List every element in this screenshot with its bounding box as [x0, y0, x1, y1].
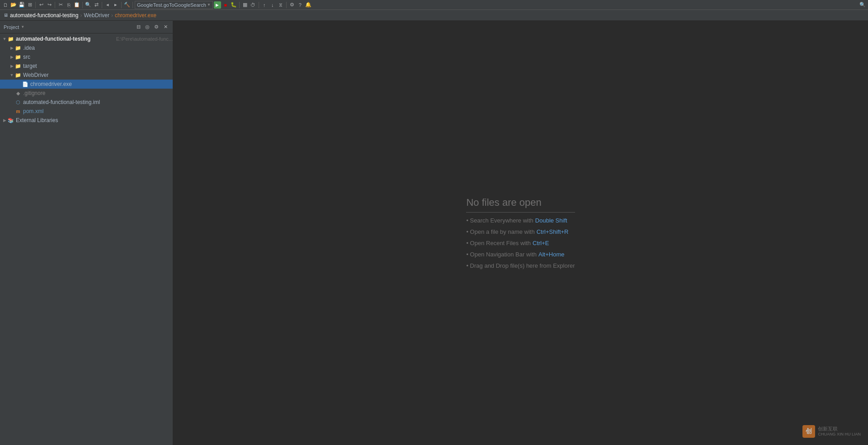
main-layout: Project ▼ ⊟ ◎ ⚙ ✕ ▼ 📁 automated-function…	[0, 21, 868, 445]
vcs-icon[interactable]: ↑	[261, 1, 268, 9]
breadcrumb: 🖥 automated-functional-testing › WebDriv…	[0, 10, 868, 21]
vcs-history-icon[interactable]: ⧖	[277, 1, 284, 9]
search-everywhere-icon[interactable]: 🔍	[859, 1, 866, 9]
hint-recent-files-key[interactable]: Ctrl+E	[533, 240, 549, 246]
separator-5	[121, 2, 122, 8]
undo-icon[interactable]: ↩	[38, 1, 45, 9]
hint-open-file-key[interactable]: Ctrl+Shift+R	[537, 228, 569, 235]
sidebar-title-area: Project ▼	[4, 24, 24, 30]
root-label: automated-functional-testing	[16, 36, 114, 42]
replace-icon[interactable]: ⇄	[93, 1, 100, 9]
hint-search-prefix: • Search Everywhere with	[466, 217, 533, 224]
target-folder-icon: 📁	[14, 62, 22, 70]
src-folder-icon: 📁	[14, 53, 22, 61]
run-button[interactable]: ▶	[214, 1, 221, 9]
hint-recent-files: • Open Recent Files with Ctrl+E	[466, 240, 549, 246]
watermark-text-area: 创新互联 CHUANG XIN HU LIAN	[818, 426, 861, 437]
coverage-icon[interactable]: ▦	[241, 1, 249, 9]
sidebar-actions: ⊟ ◎ ⚙ ✕	[135, 24, 169, 31]
save-icon[interactable]: 💾	[18, 1, 25, 9]
tree-item-target[interactable]: ▶ 📁 target	[0, 62, 173, 71]
ext-libs-label: External Libraries	[16, 117, 173, 123]
run-config-dropdown[interactable]: GoogleTest.goToGoogleSearch ▼	[135, 1, 213, 9]
tree-item-iml[interactable]: ▶ ⬡ automated-functional-testing.iml	[0, 98, 173, 107]
separator-3	[82, 2, 83, 8]
find-icon[interactable]: 🔍	[85, 1, 92, 9]
tree-root[interactable]: ▼ 📁 automated-functional-testing E:\Pere…	[0, 34, 173, 43]
breadcrumb-folder[interactable]: WebDriver	[84, 12, 109, 19]
ext-libs-icon: 📚	[7, 117, 14, 124]
breadcrumb-project-icon: 🖥	[4, 13, 8, 18]
pom-icon: m	[14, 108, 22, 115]
breadcrumb-project[interactable]: automated-functional-testing	[10, 12, 78, 19]
target-arrow-icon: ▶	[9, 63, 14, 69]
breadcrumb-sep-1: ›	[80, 12, 82, 19]
locate-file-icon[interactable]: ◎	[144, 24, 151, 31]
cut-icon[interactable]: ✂	[57, 1, 64, 9]
help-icon[interactable]: ?	[297, 1, 304, 9]
tree-item-pom[interactable]: ▶ m pom.xml	[0, 107, 173, 116]
gitignore-label: .gitignore	[23, 90, 173, 96]
hint-drag-drop-text: • Drag and Drop file(s) here from Explor…	[466, 262, 575, 269]
root-arrow-icon: ▼	[2, 36, 7, 42]
paste-icon[interactable]: 📋	[73, 1, 80, 9]
src-label: src	[23, 54, 173, 60]
iml-label: automated-functional-testing.iml	[23, 99, 173, 105]
idea-arrow-icon: ▶	[9, 45, 14, 51]
hint-nav-bar-key[interactable]: Alt+Home	[538, 251, 564, 258]
hint-recent-files-prefix: • Open Recent Files with	[466, 240, 531, 246]
no-files-panel: No files are open • Search Everywhere wi…	[466, 197, 575, 269]
forward-icon[interactable]: ▸	[112, 1, 119, 9]
separator-9	[286, 2, 287, 8]
project-panel-label: Project	[4, 24, 19, 30]
copy-icon[interactable]: ⎘	[65, 1, 72, 9]
breadcrumb-file[interactable]: chromedriver.exe	[115, 12, 156, 19]
root-path: E:\Pere\automated-func...	[116, 36, 173, 42]
chevron-down-icon[interactable]: ▼	[21, 25, 24, 29]
notifications-icon[interactable]: 🔔	[305, 1, 312, 9]
target-label: target	[23, 63, 173, 69]
hint-search-key[interactable]: Double Shift	[535, 217, 567, 224]
debug-icon[interactable]: 🐛	[230, 1, 237, 9]
redo-icon[interactable]: ↪	[46, 1, 53, 9]
root-folder-icon: 📁	[7, 35, 14, 43]
editor-area: No files are open • Search Everywhere wi…	[173, 21, 868, 445]
tree-item-webdriver[interactable]: ▼ 📁 WebDriver	[0, 71, 173, 80]
hide-panel-icon[interactable]: ✕	[162, 24, 169, 31]
src-arrow-icon: ▶	[9, 54, 14, 60]
sidebar-header: Project ▼ ⊟ ◎ ⚙ ✕	[0, 21, 173, 33]
settings-icon[interactable]: ⚙	[288, 1, 296, 9]
open-folder-icon[interactable]: 📂	[10, 1, 17, 9]
separator-1	[35, 2, 36, 8]
tree-item-external-libs[interactable]: ▶ 📚 External Libraries	[0, 116, 173, 125]
iml-icon: ⬡	[14, 99, 22, 106]
idea-label: .idea	[23, 45, 173, 51]
separator-7	[239, 2, 240, 8]
breadcrumb-sep-2: ›	[111, 12, 113, 19]
tree-item-idea[interactable]: ▶ 📁 .idea	[0, 43, 173, 52]
stop-icon[interactable]: ■	[222, 1, 229, 9]
collapse-all-icon[interactable]: ⊟	[135, 24, 142, 31]
profile-icon[interactable]: ⏱	[250, 1, 257, 9]
settings-gear-icon[interactable]: ⚙	[153, 24, 160, 31]
back-icon[interactable]: ◂	[104, 1, 111, 9]
separator-6	[132, 2, 133, 8]
tree-item-chromedriver[interactable]: ▶ 📄 chromedriver.exe	[0, 80, 173, 89]
vcs-down-icon[interactable]: ↓	[269, 1, 276, 9]
pom-label: pom.xml	[23, 108, 173, 114]
build-icon[interactable]: 🔨	[123, 1, 131, 9]
hint-open-file-prefix: • Open a file by name with	[466, 228, 534, 235]
gitignore-icon: ◆	[14, 90, 22, 97]
tree-item-src[interactable]: ▶ 📁 src	[0, 52, 173, 62]
webdriver-arrow-icon: ▼	[9, 72, 14, 78]
webdriver-label: WebDriver	[23, 72, 173, 78]
separator-2	[55, 2, 55, 8]
chromedriver-file-icon: 📄	[22, 80, 29, 88]
new-file-icon[interactable]: 🗋	[2, 1, 9, 9]
sidebar: Project ▼ ⊟ ◎ ⚙ ✕ ▼ 📁 automated-function…	[0, 21, 173, 445]
chromedriver-label: chromedriver.exe	[30, 81, 173, 87]
tree-item-gitignore[interactable]: ▶ ◆ .gitignore	[0, 89, 173, 98]
hint-drag-drop: • Drag and Drop file(s) here from Explor…	[466, 262, 575, 269]
webdriver-folder-icon: 📁	[14, 71, 22, 79]
save-all-icon[interactable]: ⊞	[26, 1, 33, 9]
